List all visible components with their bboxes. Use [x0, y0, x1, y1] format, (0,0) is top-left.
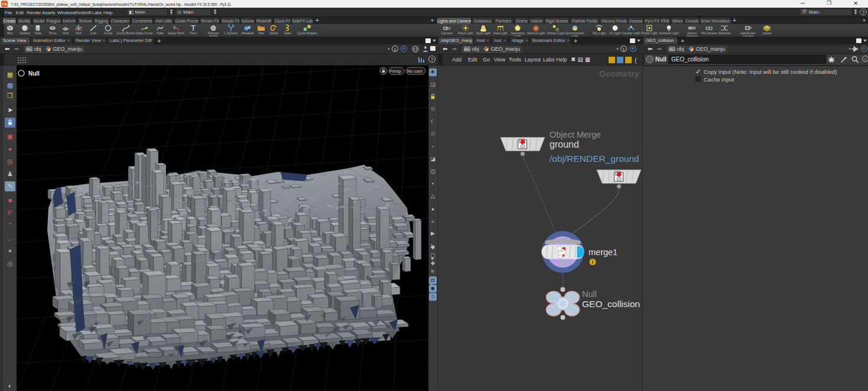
svg-text:Object Merge: Object Merge [550, 130, 601, 139]
svg-text:Persp: Persp [389, 69, 401, 74]
svg-text:merge1: merge1 [589, 247, 617, 257]
svg-text:/obj/RENDER_ground: /obj/RENDER_ground [550, 154, 639, 164]
svg-text:Null: Null [28, 70, 40, 77]
svg-text:GEO_collision: GEO_collision [582, 299, 640, 309]
svg-text:(: ( [635, 57, 637, 64]
svg-text:No cam: No cam [407, 69, 422, 74]
svg-text:Null: Null [582, 289, 597, 299]
svg-text:!: ! [592, 259, 594, 265]
svg-text:ground: ground [550, 139, 579, 149]
